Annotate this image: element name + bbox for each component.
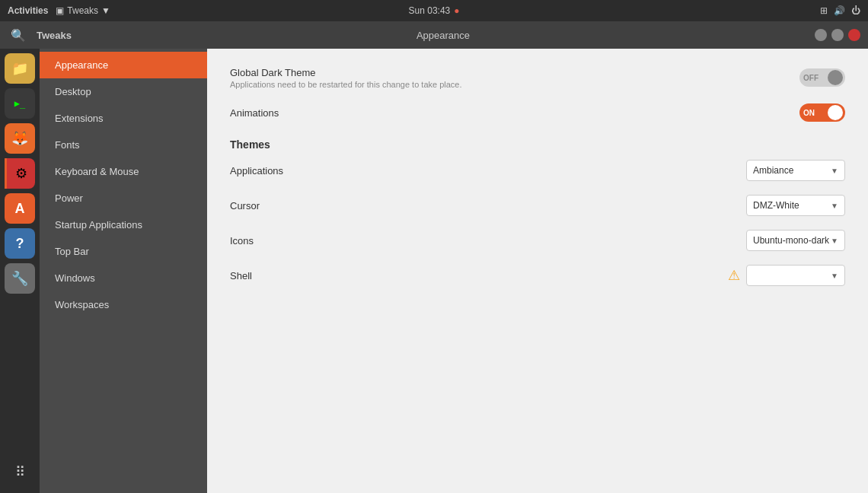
tweaks-menu-arrow: ▼	[101, 5, 110, 16]
toggle-on-knob	[828, 105, 843, 120]
search-button[interactable]: 🔍	[8, 24, 29, 46]
tweaks-menu-button[interactable]: ▣ Tweaks ▼	[56, 5, 110, 16]
sidebar-item-power[interactable]: Power	[40, 185, 207, 212]
icons-value: Ubuntu-mono-dark	[753, 235, 829, 246]
applications-label: Applications	[230, 165, 283, 177]
global-dark-theme-row: Global Dark Theme Applications need to b…	[230, 64, 845, 91]
global-dark-theme-label: Global Dark Theme	[230, 67, 462, 78]
sidebar-item-keyboard-mouse[interactable]: Keyboard & Mouse	[40, 158, 207, 185]
toggle-on-label: ON	[803, 109, 815, 117]
app-titlebar: 🔍 Tweaks Appearance	[0, 21, 868, 49]
sidebar-item-workspaces[interactable]: Workspaces	[40, 291, 207, 318]
global-dark-theme-toggle[interactable]: OFF	[799, 68, 845, 87]
cursor-value: DMZ-White	[753, 200, 799, 211]
toggle-off-label: OFF	[803, 74, 819, 82]
sidebar-item-top-bar[interactable]: Top Bar	[40, 238, 207, 265]
animations-row: Animations ON	[230, 99, 845, 126]
taskbar-firefox-icon[interactable]: 🦊	[5, 123, 35, 154]
cursor-dropdown-arrow: ▼	[831, 202, 838, 210]
applications-dropdown[interactable]: Ambiance ▼	[746, 160, 845, 181]
content-area: Global Dark Theme Applications need to b…	[207, 49, 868, 493]
main-layout: 📁 ▶_ 🦊 ⚙ A ? 🔧 ⠿ Appearance Desktop Exte…	[0, 49, 868, 493]
shell-dropdown[interactable]: ▼	[746, 265, 845, 286]
applications-row: Applications Ambiance ▼	[230, 157, 845, 184]
sidebar-item-appearance[interactable]: Appearance	[40, 52, 207, 78]
cursor-dropdown[interactable]: DMZ-White ▼	[746, 195, 845, 216]
tweaks-menu-icon: ▣	[56, 5, 64, 16]
sidebar-item-startup-applications[interactable]: Startup Applications	[40, 212, 207, 238]
applications-value: Ambiance	[753, 165, 793, 176]
taskbar-software-icon[interactable]: A	[5, 193, 35, 224]
recording-dot: ●	[454, 5, 459, 16]
displays-icon: ⊞	[820, 5, 828, 16]
clock: Sun 03:43	[409, 5, 451, 16]
cursor-row: Cursor DMZ-White ▼	[230, 192, 845, 219]
sidebar: Appearance Desktop Extensions Fonts Keyb…	[40, 49, 207, 493]
volume-icon: 🔊	[834, 5, 845, 16]
taskbar-help-icon[interactable]: ?	[5, 228, 35, 259]
app-window: 🔍 Tweaks Appearance 📁 ▶_ 🦊 ⚙ A ? 🔧 ⠿ App…	[0, 21, 868, 493]
sidebar-item-fonts[interactable]: Fonts	[40, 132, 207, 158]
taskbar-files-icon[interactable]: 📁	[5, 53, 35, 84]
power-icon: ⏻	[851, 5, 860, 16]
activities-button[interactable]: Activities	[8, 5, 48, 16]
icons-row: Icons Ubuntu-mono-dark ▼	[230, 227, 845, 254]
shell-dropdown-arrow: ▼	[831, 272, 838, 280]
close-button[interactable]	[848, 29, 860, 41]
minimize-button[interactable]	[815, 29, 827, 41]
taskbar-settings-icon[interactable]: ⚙	[5, 158, 35, 189]
shell-label: Shell	[230, 270, 252, 281]
window-title: Appearance	[79, 30, 807, 41]
taskbar: 📁 ▶_ 🦊 ⚙ A ? 🔧 ⠿	[0, 49, 40, 493]
taskbar-terminal-icon[interactable]: ▶_	[5, 88, 35, 119]
icons-dropdown-arrow: ▼	[831, 237, 838, 245]
taskbar-tools-icon[interactable]: 🔧	[5, 263, 35, 294]
toggle-off-knob	[828, 70, 843, 85]
window-controls	[815, 29, 860, 41]
themes-heading: Themes	[230, 138, 845, 151]
animations-toggle[interactable]: ON	[799, 103, 845, 122]
global-dark-theme-sublabel: Applications need to be restarted for th…	[230, 80, 462, 89]
apps-grid-button[interactable]: ⠿	[5, 456, 35, 487]
shell-row: Shell ⚠ ▼	[230, 262, 845, 289]
cursor-label: Cursor	[230, 200, 260, 212]
icons-dropdown[interactable]: Ubuntu-mono-dark ▼	[746, 230, 845, 251]
sidebar-item-desktop[interactable]: Desktop	[40, 78, 207, 105]
animations-label: Animations	[230, 107, 279, 119]
shell-warning-icon: ⚠	[728, 267, 740, 284]
icons-label: Icons	[230, 235, 254, 247]
applications-dropdown-arrow: ▼	[831, 167, 838, 175]
sidebar-item-windows[interactable]: Windows	[40, 265, 207, 291]
sidebar-item-extensions[interactable]: Extensions	[40, 105, 207, 132]
system-bar: Activities ▣ Tweaks ▼ Sun 03:43 ● ⊞ 🔊 ⏻	[0, 0, 868, 21]
app-name-label: Tweaks	[37, 30, 72, 41]
shell-warning-row: ⚠ ▼	[728, 265, 845, 286]
maximize-button[interactable]	[831, 29, 844, 41]
